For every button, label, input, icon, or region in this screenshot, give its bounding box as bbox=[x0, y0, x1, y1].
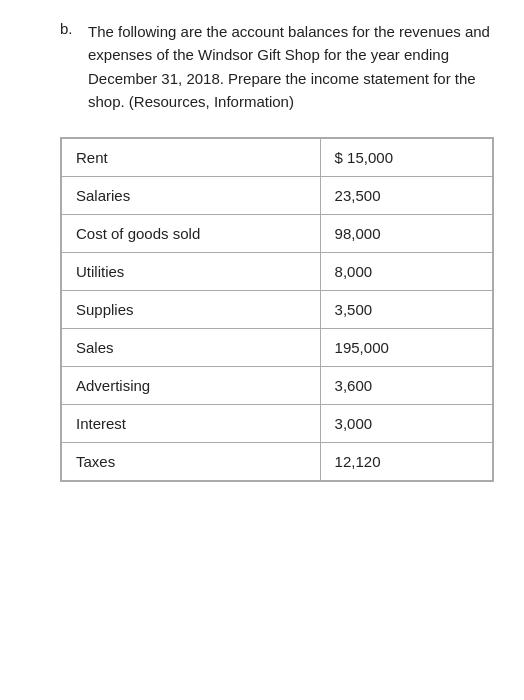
question-text: The following are the account balances f… bbox=[88, 20, 494, 113]
account-value: 12,120 bbox=[320, 443, 492, 481]
table-row: Utilities8,000 bbox=[62, 253, 493, 291]
account-label: Advertising bbox=[62, 367, 321, 405]
table-row: Interest3,000 bbox=[62, 405, 493, 443]
account-value: 3,500 bbox=[320, 291, 492, 329]
account-label: Supplies bbox=[62, 291, 321, 329]
table-row: Cost of goods sold98,000 bbox=[62, 215, 493, 253]
account-label: Utilities bbox=[62, 253, 321, 291]
table-row: Advertising3,600 bbox=[62, 367, 493, 405]
account-label: Rent bbox=[62, 139, 321, 177]
account-label: Sales bbox=[62, 329, 321, 367]
table-row: Sales195,000 bbox=[62, 329, 493, 367]
account-value: 8,000 bbox=[320, 253, 492, 291]
account-value: 195,000 bbox=[320, 329, 492, 367]
question-block: b. The following are the account balance… bbox=[60, 20, 494, 113]
table-row: Salaries23,500 bbox=[62, 177, 493, 215]
table-row: Taxes12,120 bbox=[62, 443, 493, 481]
account-value: 23,500 bbox=[320, 177, 492, 215]
account-table: Rent$ 15,000Salaries23,500Cost of goods … bbox=[61, 138, 493, 481]
account-label: Interest bbox=[62, 405, 321, 443]
account-value: 98,000 bbox=[320, 215, 492, 253]
table-row: Supplies3,500 bbox=[62, 291, 493, 329]
account-label: Cost of goods sold bbox=[62, 215, 321, 253]
question-label: b. bbox=[60, 20, 80, 113]
account-value: 3,600 bbox=[320, 367, 492, 405]
account-value: 3,000 bbox=[320, 405, 492, 443]
account-table-wrapper: Rent$ 15,000Salaries23,500Cost of goods … bbox=[60, 137, 494, 482]
table-row: Rent$ 15,000 bbox=[62, 139, 493, 177]
account-label: Salaries bbox=[62, 177, 321, 215]
account-value: $ 15,000 bbox=[320, 139, 492, 177]
account-label: Taxes bbox=[62, 443, 321, 481]
